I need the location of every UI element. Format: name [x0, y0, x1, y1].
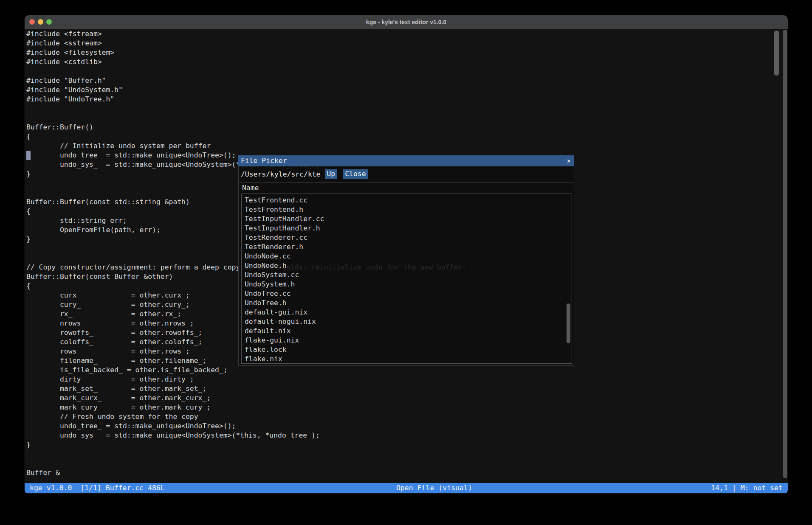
- close-button[interactable]: Close: [343, 169, 368, 179]
- file-picker-titlebar[interactable]: File Picker ✕: [238, 155, 574, 166]
- file-item[interactable]: UndoSystem.cc: [242, 270, 572, 280]
- traffic-lights: [29, 19, 52, 25]
- file-item[interactable]: flake.lock: [242, 345, 572, 354]
- file-item[interactable]: TestInputHandler.cc: [242, 214, 572, 224]
- file-picker-pathrow: /Users/kyle/src/kte Up Close: [239, 166, 574, 182]
- file-item[interactable]: UndoSystem.h: [242, 280, 572, 289]
- editor-window: kge - kyle's text editor v1.0.0 #include…: [25, 15, 788, 494]
- status-app-info: kge v1.0.0 [1/1] Buffer.cc 486L: [30, 483, 165, 493]
- editor-scrollbar-thumb[interactable]: [774, 31, 779, 76]
- window-title: kge - kyle's text editor v1.0.0: [25, 19, 788, 25]
- editor-scrollbar-track[interactable]: [783, 30, 787, 478]
- file-list-scrollbar-thumb[interactable]: [567, 303, 570, 343]
- file-item[interactable]: TestFrontend.h: [242, 205, 572, 214]
- file-item[interactable]: flake.nix: [242, 354, 572, 364]
- file-item[interactable]: flake-gui.nix: [242, 336, 572, 345]
- text-cursor: [26, 151, 31, 160]
- zoom-window-icon[interactable]: [46, 19, 52, 25]
- file-item[interactable]: UndoTree.h: [242, 298, 572, 308]
- file-item[interactable]: TestRenderer.cc: [242, 233, 572, 242]
- file-item[interactable]: UndoNode.h: [242, 261, 572, 270]
- status-cursor-position: 14,1 | M: not set: [711, 483, 783, 493]
- file-item[interactable]: default-nogui.nix: [242, 317, 572, 326]
- file-item[interactable]: UndoNode.cc: [242, 252, 572, 261]
- close-icon[interactable]: ✕: [567, 155, 571, 166]
- status-mode: Open File (visual): [396, 483, 472, 493]
- file-item[interactable]: default.nix: [242, 326, 572, 336]
- file-item[interactable]: TestRenderer.h: [242, 242, 572, 252]
- minimize-window-icon[interactable]: [38, 19, 43, 25]
- up-button[interactable]: Up: [325, 169, 338, 179]
- editor-content: #include <fstream> #include <sstream> #i…: [25, 29, 788, 483]
- file-item[interactable]: default-gui.nix: [242, 308, 572, 317]
- file-list: TestFrontend.ccTestFrontend.hTestInputHa…: [241, 194, 572, 364]
- file-picker-title: File Picker: [241, 155, 287, 166]
- file-item[interactable]: TestInputHandler.h: [242, 224, 572, 233]
- close-window-icon[interactable]: [29, 19, 35, 25]
- divider: [239, 182, 574, 182]
- current-path: /Users/kyle/src/kte: [241, 170, 321, 178]
- file-item[interactable]: UndoTree.cc: [242, 289, 572, 298]
- window-titlebar: kge - kyle's text editor v1.0.0: [25, 15, 788, 29]
- name-column-header: Name: [242, 184, 259, 192]
- file-item[interactable]: TestFrontend.cc: [242, 196, 572, 205]
- status-bar: kge v1.0.0 [1/1] Buffer.cc 486L Open Fil…: [25, 483, 788, 493]
- file-picker-dialog: File Picker ✕ /Users/kyle/src/kte Up Clo…: [238, 155, 574, 366]
